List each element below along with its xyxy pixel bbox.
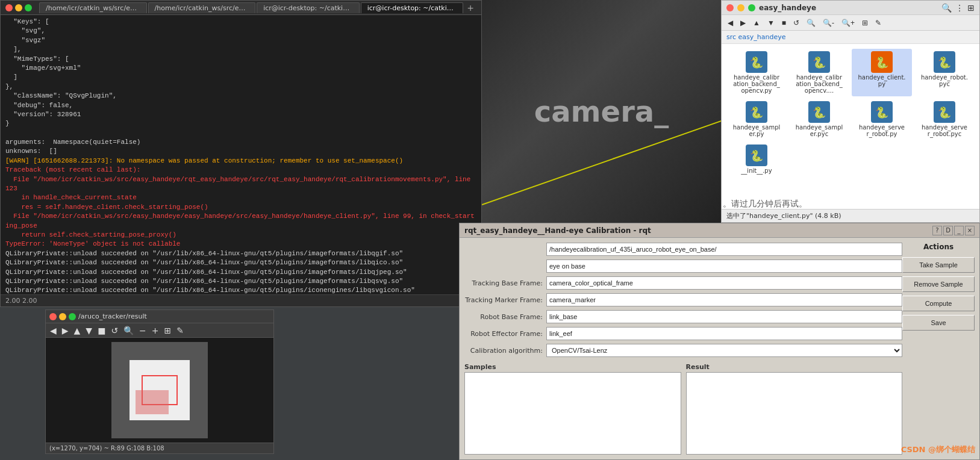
robot-effector-label: Robot Effector Frame: xyxy=(464,330,543,338)
terminal-tab-4[interactable]: icr@icr-desktop: ~/catkin_ws xyxy=(361,2,464,13)
file-label: handeye_calibration_backend_opencv.... xyxy=(795,74,843,94)
menu-icon[interactable]: ⋮ xyxy=(955,3,964,13)
tracker-minimize-btn[interactable] xyxy=(59,313,66,320)
filemanager-window: easy_handeye 🔍 ⋮ ⊞ ◀ ▶ ▲ ▼ ■ ↺ 🔍 🔍- 🔍+ ⊞… xyxy=(721,0,980,223)
stop-button[interactable]: ■ xyxy=(779,17,788,28)
up-button[interactable]: ▲ xyxy=(751,17,763,28)
tracker-zoom-out-btn[interactable]: − xyxy=(137,325,148,336)
compute-button[interactable]: Compute xyxy=(902,296,975,311)
fm-maximize-btn[interactable] xyxy=(748,4,755,11)
terminal-line: QLibraryPrivate::unload succeeded on "/u… xyxy=(5,268,476,277)
rqt-title: rqt_easy_handeye__Hand-eye Calibration -… xyxy=(464,226,929,235)
tracker-down-btn[interactable]: ▼ xyxy=(84,325,94,336)
result-area[interactable] xyxy=(686,372,903,455)
form-row-type xyxy=(464,260,902,273)
down-button[interactable]: ▼ xyxy=(765,17,777,28)
remove-sample-button[interactable]: Remove Sample xyxy=(902,276,975,292)
tracking-base-input[interactable] xyxy=(546,276,902,290)
zoom-in-btn[interactable]: 🔍+ xyxy=(839,17,857,28)
tracker-zoom-in-btn[interactable]: + xyxy=(150,325,161,336)
status-zoom: 2.00 2.00 xyxy=(5,297,37,305)
svg-line-0 xyxy=(482,120,721,205)
terminal-body[interactable]: "Keys": [ "svg", "svgz" ], "MimeTypes": … xyxy=(1,15,481,294)
tracker-save-btn[interactable]: ⊞ xyxy=(163,325,173,336)
file-item[interactable]: 🐍 handeye_calibration_backend_opencv.... xyxy=(789,49,849,96)
tracker-search-btn[interactable]: 🔍 xyxy=(122,325,136,336)
rqt-body: Tracking Base Frame: Tracking Marker Fra… xyxy=(460,238,979,459)
rqt-plugin-btn[interactable]: D xyxy=(943,226,953,235)
tracker-refresh-btn[interactable]: ↺ xyxy=(109,325,120,336)
forward-button[interactable]: ▶ xyxy=(738,17,748,28)
rqt-window: rqt_easy_handeye__Hand-eye Calibration -… xyxy=(459,223,980,460)
tracker-maximize-btn[interactable] xyxy=(69,313,76,320)
name-input[interactable] xyxy=(546,243,902,256)
chinese-overlay: 。请过几分钟后再试。 xyxy=(723,199,807,210)
edit-btn[interactable]: ✎ xyxy=(873,17,884,28)
rqt-actions: Actions Take Sample Remove Sample Comput… xyxy=(902,243,975,455)
save-button[interactable]: Save xyxy=(902,315,975,331)
terminal-tab-2[interactable]: /home/icr/catkin_ws/src/easy... xyxy=(148,2,256,13)
file-item[interactable]: 🐍 handeye_robot.pyc xyxy=(914,49,975,96)
search-btn[interactable]: 🔍 xyxy=(804,17,818,28)
bookmark-btn[interactable]: ⊞ xyxy=(860,17,870,28)
file-item[interactable]: 🐍 handeye_sampler.pyc xyxy=(789,99,849,140)
terminal-line: } xyxy=(5,119,476,128)
tracker-back-btn[interactable]: ◀ xyxy=(48,325,58,336)
terminal-line: QLibraryPrivate::unload succeeded on "/u… xyxy=(5,249,476,258)
terminal-line: "MimeTypes": [ xyxy=(5,55,476,64)
calibration-algo-select[interactable]: OpenCV/Tsai-Lenz xyxy=(546,344,902,357)
terminal-line-error: File "/home/icr/catkin_ws/src/easy_hande… xyxy=(5,175,476,194)
take-sample-button[interactable]: Take Sample xyxy=(902,257,975,273)
tracker-stop-btn[interactable]: ■ xyxy=(96,325,107,336)
file-item[interactable]: 🐍 handeye_sampler.py xyxy=(726,99,787,140)
rqt-close-btn[interactable]: × xyxy=(965,226,975,235)
file-item-selected[interactable]: 🐍 handeye_client.py xyxy=(852,49,912,96)
minimize-btn[interactable] xyxy=(15,4,22,11)
tracker-up-btn[interactable]: ▲ xyxy=(72,325,83,336)
robot-base-input[interactable] xyxy=(546,310,902,323)
samples-area[interactable] xyxy=(464,372,681,455)
terminal-line: QLibraryPrivate::unload succeeded on "/u… xyxy=(5,277,476,286)
back-button[interactable]: ◀ xyxy=(725,17,735,28)
close-btn[interactable] xyxy=(5,4,13,11)
file-item[interactable]: 🐍 handeye_calibration_backend_opencv.py xyxy=(726,49,787,96)
type-input[interactable] xyxy=(546,260,902,273)
fm-close-btn[interactable] xyxy=(726,4,734,11)
tracker-close-btn[interactable] xyxy=(49,313,57,320)
csdn-watermark: CSDN @绑个蝴蝶结 xyxy=(901,444,975,455)
terminal-tabs: /home/icr/catkin_ws/src/easy... /home/ic… xyxy=(39,2,476,13)
samples-panel: Samples xyxy=(464,363,681,455)
terminal-tab-1[interactable]: /home/icr/catkin_ws/src/easy... xyxy=(39,2,147,13)
filemanager-toolbar: ◀ ▶ ▲ ▼ ■ ↺ 🔍 🔍- 🔍+ ⊞ ✎ xyxy=(722,15,979,31)
terminal-line: "svg", xyxy=(5,26,476,36)
form-row-name xyxy=(464,243,902,256)
terminal-line: "version": 328961 xyxy=(5,110,476,119)
camera-line-svg xyxy=(482,0,721,223)
file-item[interactable]: 🐍 handeye_server_robot.py xyxy=(852,99,912,140)
terminal-line: "className": "QSvgPlugin", xyxy=(5,92,476,101)
file-icon-python: 🐍 xyxy=(808,101,830,123)
rqt-minimize-btn[interactable]: _ xyxy=(954,226,964,235)
file-label: handeye_client.py xyxy=(858,74,906,87)
fm-minimize-btn[interactable] xyxy=(737,4,744,11)
reload-button[interactable]: ↺ xyxy=(791,17,802,28)
tracker-forward-btn[interactable]: ▶ xyxy=(60,325,70,336)
tracking-marker-input[interactable] xyxy=(546,293,902,306)
rqt-window-buttons: ? D _ × xyxy=(932,226,975,235)
tracker-title: /aruco_tracker/result xyxy=(78,312,270,320)
file-icon-python: 🐍 xyxy=(934,101,955,123)
maximize-btn[interactable] xyxy=(25,4,32,11)
add-tab-button[interactable]: + xyxy=(464,3,476,13)
grid-icon[interactable]: ⊞ xyxy=(967,3,975,13)
terminal-tab-3[interactable]: icr@icr-desktop: ~/catkin_ws xyxy=(257,2,360,13)
file-item[interactable]: 🐍 handeye_server_robot.pyc xyxy=(914,99,975,140)
file-label: handeye_sampler.py xyxy=(732,124,781,137)
zoom-out-btn[interactable]: 🔍- xyxy=(820,17,837,28)
terminal-line: "image/svg+xml" xyxy=(5,64,476,73)
robot-effector-input[interactable] xyxy=(546,327,902,340)
rqt-help-btn[interactable]: ? xyxy=(932,226,942,235)
search-icon[interactable]: 🔍 xyxy=(941,3,952,13)
tracker-pencil-btn[interactable]: ✎ xyxy=(175,325,186,336)
file-item[interactable]: 🐍 __init__.py xyxy=(726,142,787,176)
tracker-image xyxy=(111,342,208,438)
